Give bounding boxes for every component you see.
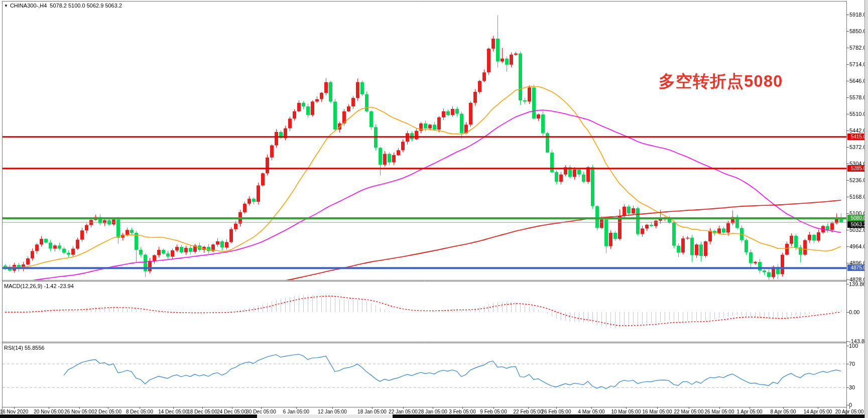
horizontal-scrollbar[interactable] xyxy=(0,414,868,418)
price-axis-label: 5236.0 xyxy=(849,177,866,183)
time-axis-label: 16 Nov 2020 xyxy=(0,409,28,414)
price-axis-label: 5372.0 xyxy=(849,144,866,150)
rsi-axis-label: 0 xyxy=(849,402,852,408)
time-axis-label: 24 Dec 05:00 xyxy=(217,409,247,414)
time-axis-label: 6 Jan 05:00 xyxy=(283,409,309,414)
time-axis-label: 14 Apr 05:00 xyxy=(804,409,832,414)
time-axis-label: 20 Nov 05:00 xyxy=(34,409,64,414)
right-scroll-strip[interactable] xyxy=(864,0,868,418)
symbol-timeframe-label: CHINA300-,H4 xyxy=(10,3,47,9)
time-axis-label: 18 Jan 05:00 xyxy=(357,409,387,414)
time-axis-label: 3 Feb 05:00 xyxy=(449,409,475,414)
trading-terminal-window: ▼CHINA300-,H45078.2 5100.0 5062.9 5063.2… xyxy=(0,0,868,418)
time-axis-label: 26 Nov 05:00 xyxy=(64,409,94,414)
time-axis-label: 26 Feb 05:00 xyxy=(542,409,571,414)
price-chart-canvas[interactable] xyxy=(0,0,868,418)
time-axis-label: 26 Mar 05:00 xyxy=(705,409,734,414)
time-axis-label: 9 Feb 05:00 xyxy=(480,409,507,414)
rsi-axis-label: 100 xyxy=(849,343,858,349)
time-axis-label: 2 Dec 05:00 xyxy=(94,409,121,414)
price-axis-label: 5168.0 xyxy=(849,194,866,200)
price-axis-label: 5782.0 xyxy=(849,45,866,51)
price-axis-label: 5850.0 xyxy=(849,28,866,34)
rsi-axis-label: 30 xyxy=(849,384,855,390)
price-axis-label: 5646.0 xyxy=(849,78,866,84)
horizontal-scrollbar-thumb[interactable] xyxy=(257,414,393,418)
time-axis-label: 14 Dec 05:00 xyxy=(158,409,188,414)
annotation-text: 多空转折点5080 xyxy=(659,70,783,93)
time-axis-label: 10 Mar 05:00 xyxy=(611,409,641,414)
time-axis-label: 4 Mar 05:00 xyxy=(578,409,604,414)
time-axis-label: 18 Dec 05:00 xyxy=(187,409,217,414)
price-axis-label: 5918.0 xyxy=(849,12,866,18)
ohlc-values: 5078.2 5100.0 5062.9 5063.2 xyxy=(50,3,122,9)
macd-indicator-label: MACD(12,26,9) -1.42 -23.94 xyxy=(4,283,74,289)
time-axis-label: 22 Feb 05:00 xyxy=(514,409,543,414)
time-axis-label: 22 Jan 05:00 xyxy=(389,409,418,414)
macd-axis-label: 139.86 xyxy=(849,281,866,287)
ohlc-header: ▼CHINA300-,H45078.2 5100.0 5062.9 5063.2 xyxy=(4,3,125,9)
rsi-axis-label: 70 xyxy=(849,361,855,367)
price-axis-label: 5510.0 xyxy=(849,111,866,117)
symbol-dropdown-arrow-icon[interactable]: ▼ xyxy=(4,4,8,8)
price-axis-label: 5578.0 xyxy=(849,94,866,100)
time-axis-label: 12 Jan 05:00 xyxy=(318,409,347,414)
time-axis-label: 16 Mar 05:00 xyxy=(643,409,672,414)
time-axis-label: 22 Mar 05:00 xyxy=(674,409,704,414)
time-axis-label: 8 Apr 05:00 xyxy=(770,409,796,414)
time-axis-label: 8 Dec 05:00 xyxy=(126,409,153,414)
rsi-indicator-label: RSI(14) 55.8556 xyxy=(4,345,45,351)
price-axis-label: 5442.0 xyxy=(849,127,866,133)
price-axis-label: 4964.0 xyxy=(849,243,866,249)
macd-axis-label: 0.00 xyxy=(849,309,859,315)
price-axis-label: 5714.0 xyxy=(849,61,866,67)
time-axis-label: 20 Apr 05:00 xyxy=(835,409,864,414)
time-axis-label: 1 Apr 05:00 xyxy=(736,409,762,414)
time-axis-label: 28 Jan 05:00 xyxy=(418,409,447,414)
time-axis-label: 30 Dec 05:00 xyxy=(246,409,276,414)
